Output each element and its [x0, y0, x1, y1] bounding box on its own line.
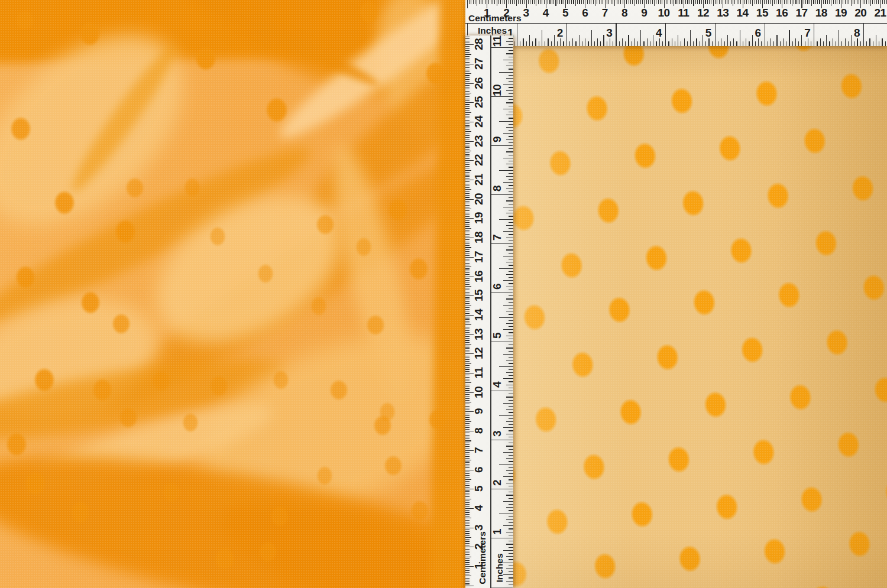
ruler-tick: [465, 56, 470, 57]
ruler-tick: [746, 0, 747, 4]
ruler-tick: [715, 23, 716, 47]
ruler-tick: [509, 412, 513, 412]
ruler-tick: [499, 563, 513, 563]
ruler-tick: [503, 109, 513, 109]
ruler-tick: [465, 495, 470, 495]
ruler-tick: [876, 35, 876, 46]
ruler-tick: [506, 298, 513, 299]
cm-unit-label: Centimeters: [468, 14, 522, 23]
ruler-tick: [727, 0, 727, 4]
ruler-tick: [761, 41, 762, 46]
ruler-tick: [509, 430, 513, 431]
polka-dot: [209, 375, 228, 397]
ruler-tick: [465, 37, 470, 37]
ruler-tick: [506, 262, 513, 262]
ruler-tick: [509, 204, 513, 204]
cm-number: 5: [473, 486, 484, 492]
cm-number: 13: [717, 7, 729, 18]
ruler-tick: [509, 246, 513, 247]
ruler-tick: [506, 102, 513, 103]
cm-number: 24: [473, 116, 484, 128]
ruler-tick: [790, 0, 791, 4]
ruler-tick: [465, 558, 470, 559]
ruler-tick: [465, 303, 470, 304]
ruler-tick: [465, 81, 470, 82]
polka-dot: [379, 402, 396, 422]
ruler-tick: [481, 0, 481, 4]
ruler-tick: [465, 286, 471, 287]
ruler-tick: [499, 464, 513, 465]
polka-dot: [410, 500, 429, 521]
ruler-tick: [588, 41, 588, 46]
ruler-tick: [503, 525, 513, 526]
ruler-tick: [506, 458, 513, 459]
ruler-tick: [465, 438, 470, 439]
inch-number: 9: [491, 137, 503, 142]
ruler-tick: [681, 0, 682, 4]
ruler-tick: [705, 41, 706, 46]
cm-number: 6: [582, 7, 588, 18]
ruler-tick: [465, 344, 471, 345]
ruler-tick: [465, 91, 470, 92]
inch-unit-label: Inches: [495, 553, 504, 582]
polka-dot: [310, 296, 328, 316]
ruler-tick: [499, 219, 513, 220]
flat-fabric-swatch: [513, 46, 887, 588]
ruler-tick: [548, 0, 548, 4]
ruler-tick: [465, 367, 470, 368]
polka-dot: [54, 190, 75, 215]
ruler-tick: [679, 0, 680, 4]
ruler-tick: [465, 394, 470, 395]
polka-dot: [215, 547, 235, 570]
ruler-tick: [465, 278, 470, 279]
ruler-tick: [509, 516, 513, 517]
ruler-tick: [465, 490, 470, 491]
ruler-tick: [465, 572, 470, 573]
ruler-tick: [506, 66, 513, 66]
ruler-tick: [872, 0, 873, 4]
ruler-tick: [626, 0, 627, 4]
ruler-tick: [579, 0, 580, 4]
ruler-tick: [857, 38, 857, 46]
ruler-tick: [613, 41, 613, 46]
polka-dot: [70, 501, 90, 524]
ruler-tick: [465, 116, 470, 116]
ruler-tick: [506, 311, 513, 311]
ruler-tick: [504, 0, 505, 4]
ruler-tick: [465, 419, 470, 420]
ruler-tick: [509, 510, 513, 511]
ruler-tick: [509, 345, 513, 345]
ruler-tick: [786, 0, 786, 4]
ruler-tick: [506, 189, 513, 189]
ruler-tick: [465, 359, 470, 360]
ruler-tick: [573, 0, 574, 4]
ruler-tick: [749, 41, 749, 46]
ruler-tick: [465, 446, 470, 447]
polka-dot: [428, 409, 446, 430]
ruler-tick: [506, 176, 513, 177]
ruler-tick: [690, 30, 691, 46]
ruler-tick: [465, 154, 470, 155]
ruler-tick: [557, 41, 558, 46]
ruler-tick: [465, 396, 470, 397]
ruler-tick: [465, 408, 470, 408]
ruler-tick: [465, 554, 470, 555]
ruler-tick: [506, 385, 513, 385]
polka-dot: [273, 370, 290, 390]
ruler-tick: [506, 519, 513, 520]
ruler-tick: [744, 0, 745, 4]
ruler-tick: [506, 249, 513, 250]
ruler-tick: [555, 0, 556, 6]
ruler-tick: [465, 134, 470, 134]
ruler-tick: [465, 243, 470, 244]
ruler-tick: [819, 0, 820, 4]
ruler-tick: [465, 268, 470, 269]
ruler-tick: [829, 41, 830, 46]
ruler-tick: [825, 0, 826, 4]
ruler-tick: [553, 0, 554, 4]
ruler-tick: [465, 496, 470, 497]
cm-number: 14: [737, 7, 749, 18]
ruler-tick: [776, 35, 777, 46]
ruler-tick: [465, 429, 470, 430]
ruler-tick: [737, 0, 737, 4]
